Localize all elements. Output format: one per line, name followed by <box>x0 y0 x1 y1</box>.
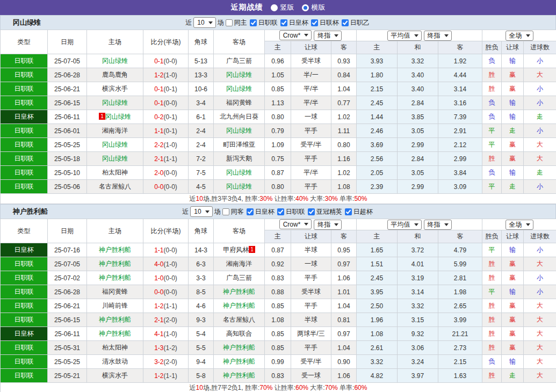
league-badge: 日职联 <box>1 369 47 382</box>
avg-dropdown-group: 平均值终指 <box>357 30 482 41</box>
away-team[interactable]: 福冈黄蜂 <box>214 96 265 110</box>
select-avg-time[interactable]: 终指 <box>424 220 452 230</box>
away-team[interactable]: 湘南海洋 <box>214 257 265 271</box>
select-average[interactable]: 平均值 <box>387 220 422 230</box>
league-cell: 日职联 <box>1 180 48 194</box>
match-date: 25-06-01 <box>48 124 87 138</box>
away-team[interactable]: 冈山绿雉 <box>214 180 265 194</box>
away-team[interactable]: 神户胜利船 <box>214 299 265 313</box>
select-fullmatch[interactable]: 全场 <box>506 220 533 230</box>
select-rounds[interactable]: 10 <box>190 206 212 217</box>
league-checkbox[interactable] <box>277 208 284 215</box>
home-team[interactable]: 冈山绿雉 <box>87 138 143 152</box>
away-team[interactable]: 冈山绿雉 <box>214 82 265 96</box>
result-goals: 大 <box>524 138 556 152</box>
col-result-goals: 进球数 <box>524 41 556 54</box>
match-date: 25-06-11 <box>48 327 87 341</box>
home-team[interactable]: 神户胜利船 <box>87 327 143 341</box>
away-team[interactable]: 广岛三箭 <box>214 271 265 285</box>
away-team[interactable]: 冈山绿雉 <box>214 68 265 82</box>
select-bookmaker[interactable]: Crow* <box>279 219 312 229</box>
topbar: 近期战绩 竖版 横版 <box>0 0 556 15</box>
radio-horizontal[interactable]: 横版 <box>302 3 326 12</box>
select-bookmaker[interactable]: Crow* <box>279 30 312 40</box>
match-date: 25-06-15 <box>48 313 87 327</box>
corner-score: 3-4 <box>189 96 214 110</box>
home-team[interactable]: 1冈山绿雉 <box>87 110 143 124</box>
away-team[interactable]: 冈山绿雉 <box>214 166 265 180</box>
league-checkbox[interactable] <box>250 19 257 26</box>
home-team[interactable]: 横滨水手 <box>87 369 143 383</box>
league-checkbox[interactable] <box>342 19 349 26</box>
avg-draw: 3.40 <box>398 68 438 82</box>
same-away-checkbox[interactable] <box>222 208 229 215</box>
result-wdl: 负 <box>482 96 502 110</box>
league-badge: 日职联 <box>1 341 47 354</box>
select-odds-time[interactable]: 终指 <box>314 31 342 41</box>
home-team[interactable]: 冈山绿雉 <box>87 96 143 110</box>
select-average[interactable]: 平均值 <box>387 31 422 41</box>
league-cell: 日职联 <box>1 68 48 82</box>
home-team[interactable]: 川崎前锋 <box>87 299 143 313</box>
home-team[interactable]: 清水鼓动 <box>87 355 143 369</box>
home-team[interactable]: 神户胜利船 <box>87 313 143 327</box>
home-team[interactable]: 鹿岛鹿角 <box>87 68 143 82</box>
away-team[interactable]: 神户胜利船 <box>214 341 265 355</box>
away-team[interactable]: 新泻天鹅 <box>214 152 265 166</box>
league-checkbox[interactable] <box>311 19 318 26</box>
radio-horizontal-icon[interactable] <box>302 4 309 11</box>
select-rounds[interactable]: 10 <box>193 17 215 28</box>
match-date: 25-06-21 <box>48 82 87 96</box>
away-team[interactable]: 北九州向日葵 <box>214 110 265 124</box>
avg-home: 2.45 <box>357 96 398 110</box>
radio-vertical-icon[interactable] <box>271 4 278 11</box>
table-row: 日皇杯 25-06-11 1冈山绿雉 0-2(0-1) 6-1 北九州向日葵 0… <box>1 110 556 124</box>
match-date: 25-05-10 <box>48 166 87 180</box>
home-team[interactable]: 横滨水手 <box>87 82 143 96</box>
away-team[interactable]: 名古屋鲸八 <box>214 313 265 327</box>
home-team[interactable]: 名古屋鲸八 <box>87 180 143 194</box>
avg-home: 1.96 <box>357 313 398 327</box>
home-team[interactable]: 湘南海洋 <box>87 124 143 138</box>
same-home-checkbox[interactable] <box>226 19 233 26</box>
league-checkbox[interactable] <box>308 208 315 215</box>
result-handicap: 输 <box>502 96 524 110</box>
away-team[interactable]: 神户胜利船 <box>214 355 265 369</box>
avg-draw: 2.99 <box>398 180 438 194</box>
table-row: 日职联 25-05-18 冈山绿雉 2-1(1-1) 7-2 新泻天鹅 0.75… <box>1 152 556 166</box>
page-title: 近期战绩 <box>231 3 263 12</box>
home-team[interactable]: 冈山绿雉 <box>87 152 143 166</box>
away-team[interactable]: 町田泽维亚 <box>214 138 265 152</box>
home-team[interactable]: 福冈黄蜂 <box>87 285 143 299</box>
result-dropdown-group: 全场 <box>482 219 556 230</box>
away-team[interactable]: 高知联合 <box>214 327 265 341</box>
select-fullmatch[interactable]: 全场 <box>506 31 533 41</box>
result-wdl: 负 <box>482 110 502 124</box>
result-goals: 大 <box>524 313 556 327</box>
result-goals: 大 <box>524 369 556 383</box>
home-team[interactable]: 冈山绿雉 <box>87 54 143 68</box>
away-team[interactable]: 甲府风林1 <box>214 243 265 257</box>
odds-away: 0.97 <box>331 257 357 271</box>
league-checkbox[interactable] <box>345 208 352 215</box>
col-result-wdl: 胜负 <box>482 230 502 243</box>
league-checkbox[interactable] <box>247 208 254 215</box>
away-team[interactable]: 冈山绿雉 <box>214 124 265 138</box>
away-team[interactable]: 广岛三箭 <box>214 54 265 68</box>
home-team[interactable]: 神户胜利船 <box>87 271 143 285</box>
radio-vertical[interactable]: 竖版 <box>271 3 294 12</box>
away-team[interactable]: 神户胜利船 <box>214 285 265 299</box>
select-odds-time[interactable]: 终指 <box>314 220 342 230</box>
chevron-down-icon <box>526 34 530 37</box>
home-team[interactable]: 柏太阳神 <box>87 341 143 355</box>
league-checkbox[interactable] <box>280 19 287 26</box>
home-team[interactable]: 柏太阳神 <box>87 166 143 180</box>
home-team[interactable]: 神户胜利船 <box>87 243 143 257</box>
select-avg-time[interactable]: 终指 <box>424 31 452 41</box>
away-team[interactable]: 神户胜利船 <box>214 369 265 383</box>
result-goals: 大 <box>524 257 556 271</box>
odds-handicap: 半/一 <box>291 68 331 82</box>
corner-score: 2-4 <box>189 124 214 138</box>
league-cell: 日职联 <box>1 369 48 383</box>
home-team[interactable]: 神户胜利船 <box>87 257 143 271</box>
